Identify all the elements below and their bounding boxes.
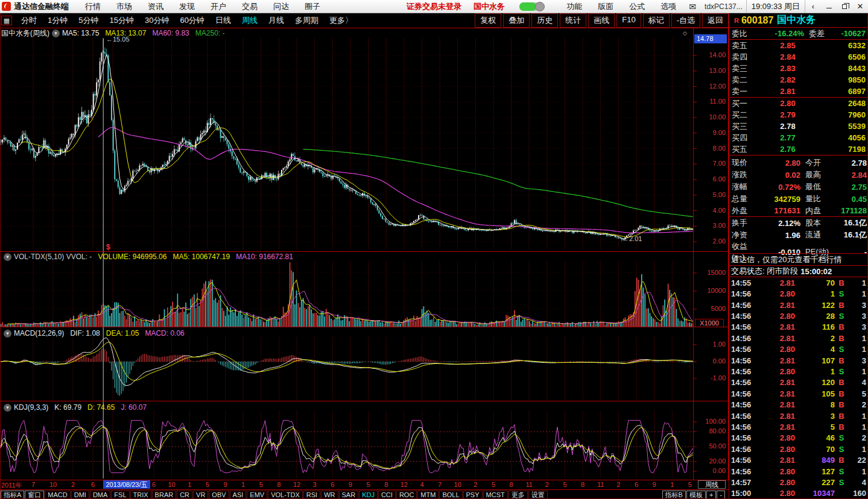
indicator-tab-WR[interactable]: WR — [321, 491, 338, 499]
menu-item-公式[interactable]: 公式 — [621, 1, 653, 12]
timeframe-1分钟[interactable]: 1分钟 — [42, 15, 73, 26]
menu-item-交易[interactable]: 交易 — [234, 1, 265, 12]
indicator-tab-FSL[interactable]: FSL — [111, 491, 129, 499]
tool-button-历史[interactable]: 历史 — [531, 13, 558, 28]
indicator-tab-CCI[interactable]: CCI — [378, 491, 396, 499]
trade-volume: 70 — [795, 278, 835, 287]
indicator-tab-MTM[interactable]: MTM — [417, 491, 439, 499]
tool-button-返回[interactable]: 返回 — [702, 13, 729, 28]
mail-icon[interactable]: ✉ — [684, 2, 701, 11]
date-label: 8 — [510, 481, 513, 488]
menu-item-圈子[interactable]: 圈子 — [297, 1, 328, 12]
indicator-tab-VR[interactable]: VR — [193, 491, 208, 499]
symbol-header: R 600187 国中水务 — [729, 13, 868, 28]
tool-button-叠加[interactable]: 叠加 — [503, 13, 530, 28]
tool-button-统计[interactable]: 统计 — [560, 13, 586, 28]
menu-item-市场[interactable]: 市场 — [109, 1, 140, 12]
toggle-switch[interactable] — [519, 2, 545, 11]
trade-price: 2.80 — [755, 467, 795, 476]
indicator-tab-DMA[interactable]: DMA — [90, 491, 110, 499]
minimize-icon[interactable] — [821, 0, 837, 13]
timeframe-月线[interactable]: 月线 — [263, 15, 290, 26]
tick-list[interactable]: 14:552.8170B114:562.801S114:562.81122B31… — [729, 277, 868, 499]
back-icon[interactable]: ‹ — [805, 0, 821, 13]
info-label: 内盘 — [800, 206, 828, 216]
indicator-tab-ASI[interactable]: ASI — [230, 491, 247, 499]
grid-view-icon[interactable]: ▦ — [1, 16, 12, 25]
trade-time: 14:56 — [731, 389, 755, 398]
login-status[interactable]: 证券交易未登录 — [401, 1, 467, 12]
trade-count: 2 — [848, 400, 866, 409]
menu-item-资讯[interactable]: 资讯 — [140, 1, 171, 12]
indicator-tab-BRAR[interactable]: BRAR — [152, 491, 177, 499]
indicator-tab-DMI[interactable]: DMI — [71, 491, 89, 499]
indicator-tab-CR[interactable]: CR — [177, 491, 192, 499]
collapse-icon[interactable]: ▼ — [4, 253, 11, 261]
tabbar-button-+[interactable]: + — [706, 491, 716, 499]
indicator-tab-SAR[interactable]: SAR — [339, 491, 359, 499]
tool-button-画线[interactable]: 画线 — [588, 13, 615, 28]
timeframe-多周期[interactable]: 多周期 — [290, 15, 324, 26]
timeframe-30分钟[interactable]: 30分钟 — [139, 15, 174, 26]
tabbar-button-指标A[interactable]: 指标A — [1, 491, 24, 499]
timeframe-60分钟[interactable]: 60分钟 — [174, 15, 209, 26]
timeframe-更多〉[interactable]: 更多〉 — [324, 15, 358, 26]
date-axis[interactable]: 2011年 7102661015915812369581247102581125… — [0, 480, 729, 489]
collapse-icon[interactable]: ▼ — [4, 330, 11, 337]
timeframe-15分钟[interactable]: 15分钟 — [104, 15, 139, 26]
timeframe-日线[interactable]: 日线 — [210, 15, 236, 26]
indicator-tab-MACD[interactable]: MACD — [45, 491, 70, 499]
trade-price: 2.81 — [755, 378, 795, 387]
quote-info: 现价2.80今开2.78涨跌0.02最高2.84涨幅0.72%最低2.75总量3… — [729, 155, 868, 253]
tool-button-F10[interactable]: F10 — [616, 13, 641, 28]
tabbar-button-指标B[interactable]: 指标B — [662, 491, 686, 499]
indicator-tab-EMV[interactable]: EMV — [247, 491, 267, 499]
kdj-indicator-name: KDJ(9,3,3) — [14, 403, 48, 412]
trade-price: 2.81 — [755, 412, 795, 421]
collapse-icon[interactable]: ▼ — [4, 404, 11, 412]
indicator-tab-PSY[interactable]: PSY — [463, 491, 483, 499]
date-label: 12 — [293, 481, 300, 488]
menu-item-版面[interactable]: 版面 — [590, 1, 621, 12]
menu-item-选项[interactable]: 选项 — [653, 1, 684, 12]
timeframe-周线[interactable]: 周线 — [236, 15, 263, 26]
collapse-icon[interactable]: ▼ — [52, 30, 60, 37]
d-value: D: 74.65 — [87, 403, 115, 412]
current-stock-label[interactable]: 国中水务 — [467, 1, 511, 12]
tabbar-button-窗口[interactable]: 窗口 — [25, 491, 44, 499]
weicha-value: -10627 — [829, 29, 867, 38]
menu-item-功能[interactable]: 功能 — [559, 1, 590, 12]
indicator-tab-OBV[interactable]: OBV — [209, 491, 229, 499]
tool-button-标记[interactable]: 标记 — [643, 13, 670, 28]
indicator-tab-TRIX[interactable]: TRIX — [130, 491, 151, 499]
indicator-tab-VOL-TDX[interactable]: VOL-TDX — [268, 491, 303, 499]
indicator-tab-KDJ[interactable]: KDJ — [359, 491, 378, 499]
restore-icon[interactable] — [837, 0, 852, 13]
tabbar-more[interactable]: 更多 — [508, 491, 528, 499]
timeframe-5分钟[interactable]: 5分钟 — [73, 15, 104, 26]
menu-item-发现[interactable]: 发现 — [171, 1, 203, 12]
tabbar-button--[interactable]: - — [717, 491, 725, 499]
diamond-icon[interactable]: ◇ — [683, 30, 687, 36]
indicator-tab-BOLL[interactable]: BOLL — [439, 491, 462, 499]
tool-button--自选[interactable]: -自选 — [671, 13, 700, 28]
menu-item-开户[interactable]: 开户 — [203, 1, 234, 12]
info-row: 总量342759量比0.45 — [729, 193, 868, 205]
menu-item-问达[interactable]: 问达 — [265, 1, 297, 12]
indicator-tab-MCST[interactable]: MCST — [483, 491, 508, 499]
date-label: 5 — [492, 481, 495, 488]
ma250-line — [303, 149, 693, 217]
close-icon[interactable]: ✕ — [852, 0, 868, 13]
indicator-tab-RSI[interactable]: RSI — [303, 491, 320, 499]
indicator-tab-ROC[interactable]: ROC — [396, 491, 417, 499]
tabbar-settings[interactable]: 设置 — [528, 491, 548, 499]
menu-item-行情[interactable]: 行情 — [77, 1, 109, 12]
dividend-marker[interactable]: $ — [106, 243, 110, 251]
j-value: J: 60.07 — [121, 403, 147, 412]
date-label: 6 — [91, 481, 95, 488]
timeframe-分时[interactable]: 分时 — [16, 15, 42, 26]
promo-banner[interactable]: 通达信，仅需20元查看千档行情 — [729, 253, 868, 266]
tabbar-button-模板[interactable]: 模板 — [686, 491, 706, 499]
tool-button-复权[interactable]: 复权 — [475, 13, 501, 28]
info-value: 0.02 — [755, 171, 800, 180]
